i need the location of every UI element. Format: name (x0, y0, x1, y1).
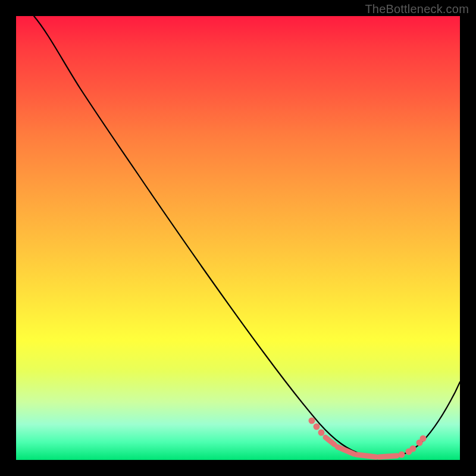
marker-dot (318, 430, 325, 436)
marker-dot (410, 446, 416, 452)
marker-dash (379, 456, 397, 457)
marker-dot (399, 452, 405, 458)
chart-svg (16, 16, 460, 460)
marker-dash (337, 447, 354, 454)
marker-dot (309, 418, 315, 424)
bottleneck-curve (34, 16, 460, 458)
marker-dash (356, 455, 376, 457)
plot-area (16, 16, 460, 460)
marker-dot (314, 424, 320, 430)
marker-dash (325, 437, 334, 444)
chart-frame: TheBottleneck.com (0, 0, 476, 476)
watermark-text: TheBottleneck.com (365, 2, 469, 16)
marker-dot (420, 436, 427, 442)
